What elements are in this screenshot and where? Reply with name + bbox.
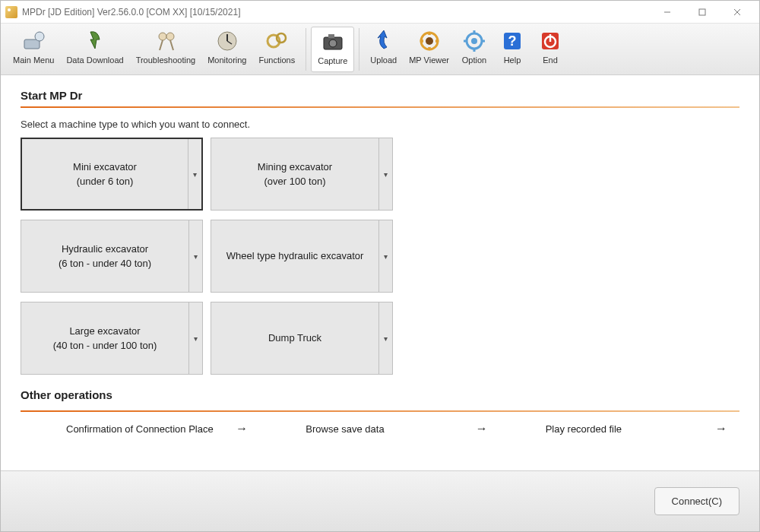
bottom-bar: Connect(C) [1,470,759,531]
dropdown-toggle[interactable]: ▾ [188,220,202,292]
instruction-text: Select a machine type to which you want … [21,119,739,130]
machine-grid: Mini excavator (under 6 ton) ▾ Mining ex… [21,138,739,375]
data-download-icon [82,28,108,54]
machine-label: Mining excavator (over 100 ton) [211,138,378,210]
functions-icon [264,28,290,54]
dropdown-toggle[interactable]: ▾ [188,302,202,374]
toolbar-label: Monitoring [207,55,246,65]
toolbar-label: Help [504,55,521,65]
machine-line2: (over 100 ton) [264,174,326,189]
machine-label: Hydraulic excavator (6 ton - under 40 to… [21,220,188,292]
op-confirm-connection[interactable]: Confirmation of Connection Place → [21,422,260,435]
monitoring-button[interactable]: Monitoring [201,27,252,72]
close-button[interactable] [720,1,755,24]
monitoring-icon [214,28,240,54]
heading-rule [21,106,739,108]
svg-rect-1 [699,9,705,15]
op-label: Browse save data [306,423,384,435]
upload-icon [371,28,397,54]
svg-point-14 [329,40,337,47]
toolbar-label: Troubleshooting [136,55,195,65]
arrow-right-icon: → [236,422,248,435]
op-label: Play recorded file [546,423,622,435]
dropdown-toggle[interactable]: ▾ [378,220,392,292]
toolbar-label: Upload [370,55,397,65]
svg-point-6 [159,33,166,40]
machine-line1: Wheel type hydraulic excavator [226,249,364,264]
help-button[interactable]: ? Help [493,27,531,72]
content-area: Start MP Dr Select a machine type to whi… [1,75,759,470]
chevron-down-icon: ▾ [193,170,197,179]
svg-point-5 [35,32,44,41]
troubleshooting-icon [153,28,179,54]
svg-point-19 [471,38,477,44]
machine-line2: (6 ton - under 40 ton) [59,256,151,271]
toolbar-label: Capture [318,56,347,65]
machine-line1: Hydraulic excavator [62,242,148,257]
op-play-recorded-file[interactable]: Play recorded file → [500,422,739,435]
chevron-down-icon: ▾ [384,334,388,343]
svg-point-17 [426,37,433,45]
op-label: Confirmation of Connection Place [66,423,214,435]
mp-viewer-button[interactable]: MP Viewer [403,27,455,72]
capture-icon [320,29,346,55]
svg-text:?: ? [508,33,516,49]
end-icon [537,28,563,54]
toolbar-label: End [543,55,558,65]
capture-button[interactable]: Capture [311,27,354,72]
chevron-down-icon: ▾ [194,252,198,261]
toolbar-label: MP Viewer [409,55,449,65]
minimize-button[interactable] [650,1,685,24]
machine-line2: (under 6 ton) [77,174,133,189]
machine-line1: Mini excavator [73,160,137,175]
machine-large-excavator[interactable]: Large excavator (40 ton - under 100 ton)… [21,302,203,375]
toolbar: Main Menu Data Download Troubleshooting … [1,24,759,75]
dropdown-toggle[interactable]: ▾ [188,139,201,209]
troubleshooting-button[interactable]: Troubleshooting [130,27,201,72]
toolbar-separator [306,28,306,71]
upload-button[interactable]: Upload [364,27,403,72]
machine-line1: Mining excavator [258,160,332,175]
minimize-icon [663,8,671,16]
machine-line1: Dump Truck [268,331,321,346]
toolbar-separator [359,28,359,71]
page-heading: Start MP Dr [21,89,739,102]
chevron-down-icon: ▾ [384,252,388,261]
close-icon [733,8,741,16]
svg-rect-15 [328,34,334,38]
help-icon: ? [499,28,525,54]
app-window: MPDr [JD Edition] Ver2.56.0.0 [COM XX] [… [0,0,760,532]
machine-hydraulic-excavator[interactable]: Hydraulic excavator (6 ton - under 40 to… [21,220,203,293]
machine-line2: (40 ton - under 100 ton) [53,338,157,353]
option-icon [461,28,487,54]
arrow-right-icon: → [476,422,488,435]
other-ops-row: Confirmation of Connection Place → Brows… [21,412,739,445]
svg-rect-4 [24,40,40,49]
chevron-down-icon: ▾ [384,170,388,179]
maximize-icon [698,8,706,16]
toolbar-label: Main Menu [13,55,54,65]
machine-line1: Large excavator [69,324,140,339]
machine-label: Dump Truck [211,302,378,374]
functions-button[interactable]: Functions [252,27,301,72]
main-menu-button[interactable]: Main Menu [7,27,60,72]
other-ops-heading: Other operations [21,388,739,401]
machine-mining-excavator[interactable]: Mining excavator (over 100 ton) ▾ [211,138,393,211]
op-browse-save-data[interactable]: Browse save data → [260,422,499,435]
dropdown-toggle[interactable]: ▾ [378,302,392,374]
toolbar-label: Functions [258,55,295,65]
dropdown-toggle[interactable]: ▾ [378,138,392,210]
chevron-down-icon: ▾ [194,334,198,343]
maximize-button[interactable] [685,1,720,24]
mp-viewer-icon [416,28,442,54]
window-title: MPDr [JD Edition] Ver2.56.0.0 [COM XX] [… [22,7,650,17]
connect-button[interactable]: Connect(C) [654,487,739,515]
end-button[interactable]: End [531,27,569,72]
arrow-right-icon: → [715,422,727,435]
machine-wheel-hydraulic-excavator[interactable]: Wheel type hydraulic excavator ▾ [211,220,393,293]
machine-mini-excavator[interactable]: Mini excavator (under 6 ton) ▾ [21,138,203,211]
data-download-button[interactable]: Data Download [60,27,129,72]
option-button[interactable]: Option [455,27,493,72]
machine-dump-truck[interactable]: Dump Truck ▾ [211,302,393,375]
machine-label: Large excavator (40 ton - under 100 ton) [21,302,188,374]
